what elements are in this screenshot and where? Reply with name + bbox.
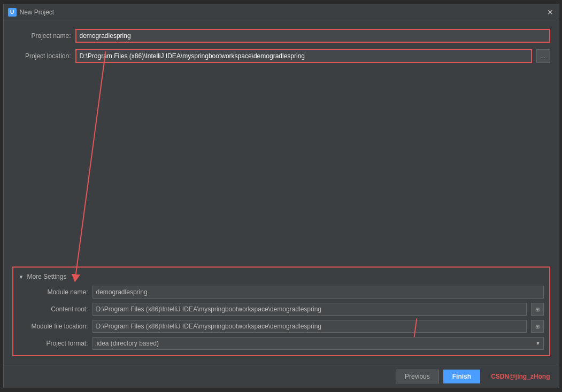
project-name-input[interactable]	[75, 29, 550, 43]
dialog-title: New Project	[20, 9, 55, 16]
content-root-browse-button[interactable]: ⊞	[531, 303, 544, 316]
project-location-label: Project location:	[12, 52, 71, 60]
project-name-row: Project name:	[12, 29, 550, 43]
middle-space	[12, 69, 550, 260]
title-bar-left: U New Project	[8, 8, 55, 17]
project-location-row: Project location: ...	[12, 49, 550, 63]
module-file-location-input[interactable]	[93, 320, 527, 333]
project-format-select[interactable]: .idea (directory based) Eclipse (.classp…	[93, 337, 544, 350]
bottom-bar: Previous Finish CSDN@jing_zHong	[4, 365, 559, 388]
project-location-browse-button[interactable]: ...	[536, 49, 550, 63]
module-name-input[interactable]	[93, 286, 544, 299]
more-settings-title: More Settings	[27, 273, 66, 280]
project-name-label: Project name:	[12, 32, 71, 40]
content-area: Project name: Project location: ...	[4, 20, 559, 365]
module-name-row: Module name:	[19, 286, 544, 299]
app-icon: U	[8, 8, 17, 17]
module-file-location-label: Module file location:	[19, 323, 88, 330]
project-format-label: Project format:	[19, 340, 88, 347]
more-settings-form: Module name: Content root: ⊞ Module file…	[19, 286, 544, 350]
content-root-row: Content root: ⊞	[19, 303, 544, 316]
watermark-text: CSDN@jing_zHong	[491, 373, 550, 380]
title-bar: U New Project ✕	[4, 4, 559, 20]
more-settings-header: ▼ More Settings	[19, 273, 544, 280]
previous-button[interactable]: Previous	[396, 370, 439, 383]
finish-button[interactable]: Finish	[443, 370, 480, 383]
close-button[interactable]: ✕	[546, 8, 555, 17]
module-file-location-row: Module file location: ⊞	[19, 320, 544, 333]
module-name-label: Module name:	[19, 288, 88, 296]
project-format-row: Project format: .idea (directory based) …	[19, 337, 544, 350]
content-root-label: Content root:	[19, 305, 88, 313]
more-settings-section: ▼ More Settings Module name: Content roo…	[12, 266, 550, 356]
content-root-input[interactable]	[93, 303, 527, 316]
module-file-location-browse-button[interactable]: ⊞	[531, 320, 544, 333]
project-location-input[interactable]	[75, 49, 532, 63]
collapse-arrow-icon[interactable]: ▼	[19, 274, 24, 280]
project-format-select-wrapper: .idea (directory based) Eclipse (.classp…	[93, 337, 544, 350]
new-project-dialog: U New Project ✕ Project name: Project lo…	[3, 4, 559, 388]
